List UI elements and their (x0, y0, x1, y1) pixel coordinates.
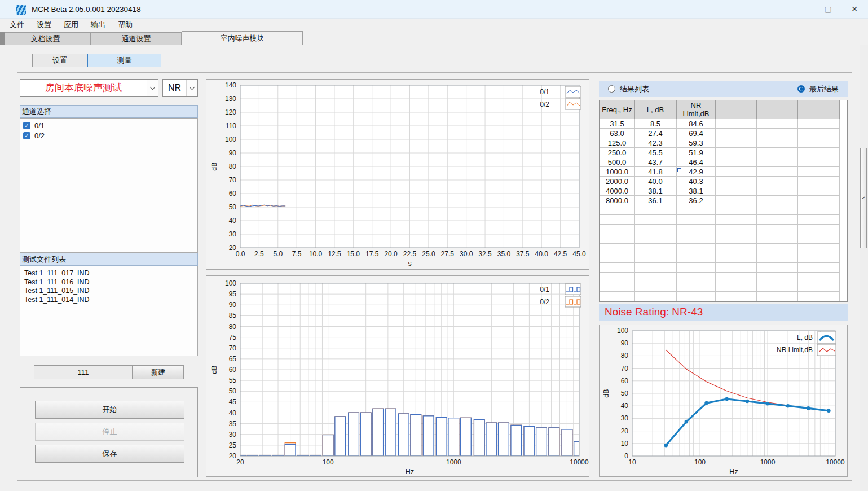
table-cell[interactable]: 42.3 (635, 138, 677, 148)
table-cell[interactable]: 27.4 (635, 129, 677, 138)
table-cell[interactable]: 4000.0 (600, 186, 635, 196)
table-cell[interactable]: 51.9 (677, 148, 716, 157)
table-cell[interactable] (716, 177, 757, 186)
test-name-field[interactable]: 111 (34, 365, 133, 379)
table-cell[interactable] (716, 186, 757, 196)
column-header[interactable] (716, 100, 757, 119)
table-cell[interactable]: 41.8 (635, 167, 677, 177)
checkbox-checked-icon[interactable]: ✓ (23, 132, 30, 139)
table-cell[interactable]: 8000.0 (600, 196, 635, 205)
table-row[interactable]: 1000.041.842.9 (600, 167, 840, 177)
tab-1[interactable]: 文档设置 (0, 32, 91, 45)
subtab-2[interactable]: 测量 (87, 54, 161, 67)
tab-3[interactable]: 室内噪声模块 (182, 31, 303, 45)
table-cell[interactable]: 8.5 (635, 119, 677, 129)
table-cell[interactable] (716, 196, 757, 205)
table-cell[interactable]: 42.9 (677, 167, 716, 177)
table-row[interactable]: 2000.040.040.3 (600, 177, 840, 186)
column-header[interactable]: Freq., Hz (600, 100, 635, 119)
dropdown-arrow-icon[interactable] (147, 80, 158, 96)
column-header[interactable]: L, dB (635, 100, 677, 119)
table-row[interactable]: 250.045.551.9 (600, 148, 840, 157)
radio-selected-icon[interactable] (797, 85, 805, 93)
collapse-panel-handle[interactable]: < (860, 148, 867, 248)
radio-icon[interactable] (608, 85, 615, 93)
table-row[interactable]: 4000.038.138.1 (600, 186, 840, 196)
table-cell[interactable]: 69.4 (677, 129, 716, 138)
table-cell[interactable] (716, 129, 757, 138)
dropdown-arrow-icon[interactable] (186, 80, 197, 96)
menu-item-3[interactable]: 应用 (58, 19, 85, 31)
table-cell[interactable] (798, 148, 840, 157)
tab-2[interactable]: 通道设置 (91, 32, 182, 45)
table-cell[interactable] (716, 119, 757, 129)
result-list-radio[interactable]: 结果列表 (608, 84, 649, 94)
table-cell[interactable] (798, 119, 840, 129)
table-cell[interactable] (798, 138, 840, 148)
menu-item-5[interactable]: 帮助 (112, 19, 139, 31)
table-cell[interactable] (757, 157, 798, 167)
table-cell[interactable] (716, 138, 757, 148)
list-item[interactable]: Test 1_111_014_IND (20, 296, 197, 305)
table-row[interactable]: 31.58.584.6 (600, 119, 840, 129)
table-cell[interactable] (716, 167, 757, 177)
table-cell[interactable]: 38.1 (635, 186, 677, 196)
table-cell[interactable]: 40.0 (635, 177, 677, 186)
table-cell[interactable]: 38.1 (677, 186, 716, 196)
table-cell[interactable]: 45.5 (635, 148, 677, 157)
table-cell[interactable] (757, 167, 798, 177)
table-cell[interactable] (757, 177, 798, 186)
table-cell[interactable] (798, 129, 840, 138)
table-cell[interactable]: 2000.0 (600, 177, 635, 186)
table-row[interactable]: 63.027.469.4 (600, 129, 840, 138)
subtab-1[interactable]: 设置 (32, 54, 87, 67)
table-cell[interactable] (757, 148, 798, 157)
table-cell[interactable]: 31.5 (600, 119, 635, 129)
close-button[interactable]: ✕ (841, 0, 867, 18)
menu-item-4[interactable]: 输出 (85, 19, 112, 31)
table-row[interactable]: 125.042.359.3 (600, 138, 840, 148)
table-cell[interactable] (757, 119, 798, 129)
channel-item[interactable]: ✓0/1 (20, 120, 197, 130)
save-button[interactable]: 保存 (35, 445, 184, 463)
table-cell[interactable] (798, 177, 840, 186)
menu-item-2[interactable]: 设置 (30, 19, 58, 31)
table-cell[interactable]: 250.0 (600, 148, 635, 157)
table-cell[interactable] (757, 138, 798, 148)
table-cell[interactable] (757, 196, 798, 205)
table-cell[interactable]: 36.1 (635, 196, 677, 205)
last-result-radio[interactable]: 最后结果 (797, 84, 839, 94)
table-cell[interactable] (716, 157, 757, 167)
table-row[interactable]: 500.043.746.4 (600, 157, 840, 167)
menu-item-1[interactable]: 文件 (3, 19, 30, 31)
table-cell[interactable]: 1000.0 (600, 167, 635, 177)
column-header[interactable] (798, 100, 840, 119)
table-cell[interactable]: 63.0 (600, 129, 635, 138)
list-item[interactable]: Test 1_111_016_IND (20, 278, 197, 287)
column-header[interactable]: NR Limit,dB (677, 100, 716, 119)
table-cell[interactable]: 125.0 (600, 138, 635, 148)
table-cell[interactable] (798, 157, 840, 167)
channel-item[interactable]: ✓0/2 (20, 130, 197, 141)
table-cell[interactable]: 46.4 (677, 157, 716, 167)
list-item[interactable]: Test 1_111_017_IND (20, 269, 197, 278)
maximize-button[interactable]: ▢ (815, 0, 841, 18)
table-cell[interactable]: 36.2 (677, 196, 716, 205)
column-header[interactable] (757, 100, 798, 119)
list-item[interactable]: Test 1_111_015_IND (20, 287, 197, 296)
table-cell[interactable]: 500.0 (600, 157, 635, 167)
checkbox-checked-icon[interactable]: ✓ (23, 122, 30, 129)
table-cell[interactable]: 40.3 (677, 177, 716, 186)
table-cell[interactable] (716, 148, 757, 157)
table-cell[interactable] (798, 196, 840, 205)
table-cell[interactable]: 59.3 (677, 138, 716, 148)
table-cell[interactable]: 84.6 (677, 119, 716, 129)
new-button[interactable]: 新建 (133, 365, 184, 379)
test-type-combobox[interactable]: 房间本底噪声测试 (20, 79, 158, 97)
table-cell[interactable] (798, 167, 840, 177)
table-row[interactable]: 8000.036.136.2 (600, 196, 840, 205)
table-cell[interactable] (757, 129, 798, 138)
minimize-button[interactable]: – (789, 0, 815, 18)
table-cell[interactable] (757, 186, 798, 196)
stop-button[interactable]: 停止 (35, 423, 184, 441)
